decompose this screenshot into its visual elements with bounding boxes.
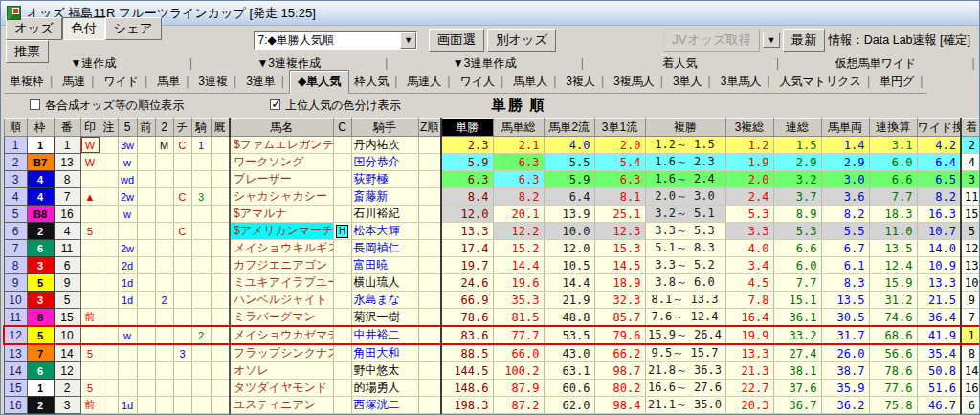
tab-枠人気[interactable]: 枠人気|	[349, 72, 402, 94]
odds-cell-wk[interactable]: 14.0	[917, 240, 961, 257]
z-order-cell[interactable]	[418, 257, 441, 274]
mark-cell-mae[interactable]	[137, 362, 155, 380]
mark-cell-ki[interactable]	[191, 344, 211, 362]
odds-cell-u2[interactable]: 21.9	[544, 292, 594, 309]
mark-cell-mae[interactable]	[137, 188, 155, 206]
odds-cell-u2[interactable]: 5.5	[544, 154, 594, 171]
tab-馬単[interactable]: 馬単|	[152, 72, 193, 94]
bracket-number-cell[interactable]: 4	[27, 171, 54, 188]
c-mark-cell[interactable]	[333, 362, 351, 380]
mark-cell-c5[interactable]	[118, 380, 137, 397]
horse-name-cell[interactable]: ユスティニアン	[230, 397, 333, 414]
jockey-name-cell[interactable]: 松本大輝	[351, 223, 418, 240]
odds-cell-ur[interactable]: 1.4	[821, 137, 869, 154]
bracket-number-cell[interactable]: 6	[27, 362, 54, 380]
horse-number-cell[interactable]: 16	[54, 206, 80, 223]
mark-cell-c5[interactable]	[118, 309, 137, 327]
mark-cell-chu[interactable]	[100, 223, 118, 240]
odds-cell-chaku[interactable]: 5	[961, 223, 980, 240]
mark-cell-c2[interactable]	[155, 240, 173, 257]
odds-cell-rk[interactable]: 7.7	[869, 188, 917, 206]
odds-cell-rt[interactable]: 33.2	[773, 326, 821, 344]
rank-display-checkbox[interactable]: 各合成オッズ等の順位表示	[30, 98, 184, 114]
column-header-waku[interactable]: 枠	[27, 119, 54, 137]
odds-cell-t1[interactable]: 32.3	[594, 292, 645, 309]
mark-cell-mae[interactable]	[137, 257, 155, 274]
menu-item[interactable]: 仮想馬単ワイド	[784, 55, 969, 72]
jockey-name-cell[interactable]: 荻野極	[351, 171, 418, 188]
mark-cell-in[interactable]: 5	[80, 344, 100, 362]
odds-cell-wk[interactable]: 46.7	[917, 397, 961, 414]
odds-cell-u2[interactable]: 14.4	[544, 274, 594, 292]
c-mark-cell[interactable]	[333, 380, 351, 397]
column-header-z[interactable]: Z順	[418, 119, 441, 137]
odds-cell-chaku[interactable]: 3	[961, 171, 980, 188]
tab-ワイ人[interactable]: ワイ人|	[455, 72, 508, 94]
mark-cell-chi[interactable]	[173, 380, 191, 397]
mark-cell-c5[interactable]: 1d	[118, 274, 137, 292]
mark-cell-mae[interactable]	[137, 397, 155, 414]
odds-cell-rt[interactable]: 37.6	[773, 380, 821, 397]
column-header-ut[interactable]: 馬単総	[493, 119, 544, 137]
odds-cell-ut[interactable]: 2.1	[493, 137, 544, 154]
horse-name-cell[interactable]: ブレーザー	[230, 171, 333, 188]
z-order-cell[interactable]	[418, 362, 441, 380]
bracket-number-cell[interactable]: 5	[27, 274, 54, 292]
odds-cell-ur[interactable]: 35.9	[821, 380, 869, 397]
popularity-rank-cell[interactable]: 15	[4, 380, 27, 397]
horse-row-15[interactable]: 11815前ミラバーグマン菊沢一樹78.681.548.885.77.6～ 12…	[4, 309, 980, 327]
jockey-name-cell[interactable]: 菊沢一樹	[351, 309, 418, 327]
odds-cell-rt[interactable]: 36.7	[773, 397, 821, 414]
odds-cell-fuku[interactable]: 1.2～ 1.5	[645, 137, 725, 154]
odds-cell-rt[interactable]: 6.6	[773, 240, 821, 257]
mark-cell-c2[interactable]	[155, 344, 173, 362]
odds-cell-rk[interactable]: 15.9	[869, 274, 917, 292]
odds-cell-rk[interactable]: 18.3	[869, 206, 917, 223]
odds-cell-ut[interactable]: 87.9	[493, 380, 544, 397]
odds-cell-t1[interactable]: 98.4	[594, 397, 645, 414]
mark-cell-c5[interactable]	[118, 223, 137, 240]
z-order-cell[interactable]	[418, 309, 441, 327]
z-order-cell[interactable]	[418, 171, 441, 188]
bracket-number-cell[interactable]: 1	[27, 137, 54, 154]
mark-cell-c5[interactable]: 2d	[118, 257, 137, 274]
mark-cell-in[interactable]: 前	[80, 397, 100, 414]
odds-cell-rt[interactable]: 36.1	[773, 309, 821, 327]
horse-number-cell[interactable]: 2	[54, 380, 80, 397]
jockey-name-cell[interactable]: 横山琉人	[351, 274, 418, 292]
mark-cell-kyu[interactable]	[211, 257, 230, 274]
z-order-cell[interactable]	[418, 188, 441, 206]
odds-cell-rt[interactable]: 15.1	[773, 292, 821, 309]
mark-cell-c5[interactable]: w	[118, 206, 137, 223]
odds-cell-fuku[interactable]: 3.2～ 5.1	[645, 206, 725, 223]
odds-cell-chaku[interactable]: 15	[961, 206, 980, 223]
mark-cell-c2[interactable]: M	[155, 137, 173, 154]
mark-cell-chi[interactable]	[173, 292, 191, 309]
odds-cell-chaku[interactable]: 8	[961, 344, 980, 362]
popularity-rank-cell[interactable]: 16	[4, 397, 27, 414]
tab-人気マトリクス[interactable]: 人気マトリクス|	[775, 72, 876, 94]
odds-cell-rk[interactable]: 77.6	[869, 380, 917, 397]
mark-cell-chu[interactable]	[100, 274, 118, 292]
mark-cell-chi[interactable]	[173, 206, 191, 223]
odds-cell-wk[interactable]: 41.9	[917, 326, 961, 344]
mark-cell-kyu[interactable]	[211, 380, 230, 397]
horse-row-2[interactable]: 15125タツダイヤモンド的場勇人148.687.960.680.216.6～ …	[4, 380, 980, 397]
mark-cell-mae[interactable]	[137, 344, 155, 362]
jockey-name-cell[interactable]: 斎藤新	[351, 188, 418, 206]
checkbox-icon[interactable]	[270, 99, 280, 110]
menu-item[interactable]: ▼3連単作成	[392, 55, 577, 72]
column-header-c2[interactable]: 2	[155, 119, 173, 137]
odds-cell-fuku[interactable]: 5.1～ 8.3	[645, 240, 725, 257]
odds-cell-chaku[interactable]: 4	[961, 154, 980, 171]
odds-cell-ur[interactable]: 38.7	[821, 362, 869, 380]
mark-cell-ki[interactable]	[191, 240, 211, 257]
mark-cell-c5[interactable]: 1d	[118, 292, 137, 309]
mark-cell-in[interactable]	[80, 240, 100, 257]
mark-cell-kyu[interactable]	[211, 274, 230, 292]
popularity-rank-cell[interactable]: 11	[4, 309, 27, 327]
bracket-number-cell[interactable]: 5	[27, 326, 54, 344]
odds-cell-u2[interactable]: 48.8	[544, 309, 594, 327]
odds-cell-u2[interactable]: 63.1	[544, 362, 594, 380]
horse-name-cell[interactable]: シャカシャカシー	[230, 188, 333, 206]
